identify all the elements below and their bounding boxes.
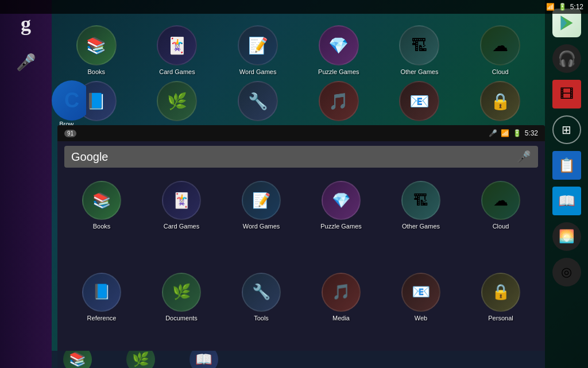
media-overlay-label: Media [332, 315, 350, 321]
browser-partial-icon: C Brow... [52, 80, 86, 125]
overlay-battery-icon: 🔋 [513, 129, 521, 137]
voice-search-icon[interactable]: 🎤 [16, 53, 36, 72]
other-games-app-label: Other Games [400, 68, 438, 75]
book-blue-icon[interactable]: 📖 [552, 187, 581, 215]
word-games-overlay[interactable]: 📝Word Games [223, 181, 300, 268]
other-games-app-icon: 🏗 [399, 25, 439, 65]
headphones-icon[interactable]: 🎧 [552, 44, 581, 73]
browser-icon[interactable]: C [52, 80, 86, 121]
tools-app-icon: 🔧 [238, 81, 278, 121]
puzzle-games-app-label: Puzzle Games [318, 68, 359, 75]
reference-overlay-icon: 📘 [82, 273, 121, 312]
other-games-overlay[interactable]: 🏗Other Games [382, 181, 459, 268]
bottom-partial-row: 📚🌿📖 [52, 351, 545, 368]
other-games-overlay-label: Other Games [402, 223, 440, 230]
word-games-app[interactable]: 📝Word Games [219, 25, 297, 75]
card-games-app[interactable]: 🃏Card Games [138, 25, 216, 75]
overlay-mic-icon: 🎤 [489, 129, 497, 137]
cloud-app-icon: ☁ [480, 25, 520, 65]
tools-overlay[interactable]: 🔧Tools [223, 273, 300, 360]
documents-overlay[interactable]: 🌿Documents [143, 273, 220, 360]
sidebar-right: 🎧 🎞 ⊞ 📋 📖 🌅 ◎ [545, 0, 588, 368]
web-overlay-label: Web [415, 315, 427, 321]
bottom-partial-icon[interactable]: 🌿 [126, 351, 155, 368]
cloud-overlay[interactable]: ☁Cloud [462, 181, 539, 268]
reference-overlay[interactable]: 📘Reference [63, 273, 140, 360]
browser-label: Brow... [52, 121, 86, 125]
word-games-app-label: Word Games [239, 68, 277, 75]
reference-overlay-label: Reference [87, 315, 117, 321]
cloud-app-label: Cloud [492, 68, 509, 75]
books-overlay[interactable]: 📚Books [63, 181, 140, 268]
card-games-overlay[interactable]: 🃏Card Games [143, 181, 220, 268]
overlay-time: 5:32 [525, 129, 538, 137]
puzzle-games-app-icon: 💎 [319, 25, 359, 65]
cloud-overlay-label: Cloud [493, 223, 509, 230]
personal-overlay-label: Personal [488, 315, 513, 321]
card-games-app-icon: 🃏 [157, 25, 197, 65]
clock: 5:12 [570, 3, 583, 11]
puzzle-games-overlay-label: Puzzle Games [320, 223, 362, 230]
tools-app[interactable]: 🔧Tools [219, 81, 297, 131]
bottom-partial-icon[interactable]: 📚 [63, 351, 92, 368]
tools-overlay-icon: 🔧 [242, 273, 281, 312]
card-games-overlay-icon: 🃏 [162, 181, 201, 220]
overlay-status-bar: 91 🎤 📶 🔋 5:32 [57, 125, 545, 141]
search-mic-icon[interactable]: 🎤 [517, 150, 531, 164]
files-icon[interactable]: 📋 [552, 151, 581, 180]
books-app-icon: 📚 [76, 25, 117, 65]
word-games-overlay-label: Word Games [243, 223, 280, 230]
card-games-app-label: Card Games [159, 68, 195, 75]
status-bar: 📶 🔋 5:12 [0, 0, 588, 14]
documents-app[interactable]: 🌿Documents [138, 81, 216, 131]
tools-overlay-label: Tools [254, 315, 269, 321]
puzzle-games-overlay[interactable]: 💎Puzzle Games [303, 181, 380, 268]
books-app[interactable]: 📚Books [57, 25, 136, 75]
media-overlay-icon: 🎵 [322, 273, 361, 312]
media-app-icon: 🎵 [319, 81, 359, 121]
search-google-text: Google [71, 150, 511, 164]
word-games-overlay-icon: 📝 [242, 181, 281, 220]
card-games-overlay-label: Card Games [164, 223, 199, 230]
word-games-app-icon: 📝 [238, 25, 278, 65]
photos-icon[interactable]: 🌅 [552, 222, 581, 251]
sidebar-left: g 🎤 [0, 0, 52, 368]
search-bar[interactable]: Google 🎤 [64, 146, 538, 168]
google-search-icon[interactable]: g [21, 11, 31, 36]
personal-overlay-icon: 🔒 [481, 273, 520, 312]
puzzle-games-app[interactable]: 💎Puzzle Games [300, 25, 378, 75]
media-app[interactable]: 🎵Media [300, 81, 378, 131]
other-games-app[interactable]: 🏗Other Games [381, 25, 459, 75]
documents-app-icon: 🌿 [157, 81, 197, 121]
puzzle-games-overlay-icon: 💎 [322, 181, 361, 220]
web-overlay-icon: 📧 [401, 273, 440, 312]
battery-icon: 🔋 [558, 3, 567, 11]
personal-app[interactable]: 🔒Personal [461, 81, 539, 131]
apps-grid-icon[interactable]: ⊞ [552, 115, 581, 144]
web-overlay[interactable]: 📧Web [382, 273, 459, 360]
bottom-partial-icon[interactable]: 📖 [189, 351, 218, 368]
overlay-wifi-icon: 📶 [501, 129, 509, 137]
other-games-overlay-icon: 🏗 [401, 181, 440, 220]
overlay-dialog: 91 🎤 📶 🔋 5:32 Google 🎤 📚Books🃏Card Games… [57, 125, 545, 368]
documents-overlay-icon: 🌿 [162, 273, 201, 312]
film-icon[interactable]: 🎞 [552, 80, 581, 109]
books-app-label: Books [88, 68, 106, 75]
notification-badge: 91 [64, 130, 76, 137]
cloud-overlay-icon: ☁ [481, 181, 520, 220]
documents-overlay-label: Documents [165, 315, 198, 321]
cloud-app[interactable]: ☁Cloud [461, 25, 539, 75]
personal-overlay[interactable]: 🔒Personal [462, 273, 539, 360]
personal-app-icon: 🔒 [480, 81, 520, 121]
web-app[interactable]: 📧Web [381, 81, 459, 131]
chrome-icon[interactable]: ◎ [552, 258, 581, 286]
web-app-icon: 📧 [399, 81, 439, 121]
overlay-status-right: 🎤 📶 🔋 5:32 [489, 129, 538, 137]
books-overlay-icon: 📚 [82, 181, 121, 220]
wifi-icon: 📶 [546, 3, 555, 11]
books-overlay-label: Books [93, 223, 111, 230]
overlay-apps-grid: 📚Books🃏Card Games📝Word Games💎Puzzle Game… [57, 172, 545, 368]
media-overlay[interactable]: 🎵Media [303, 273, 380, 360]
overlay-status-left: 91 [64, 130, 76, 137]
